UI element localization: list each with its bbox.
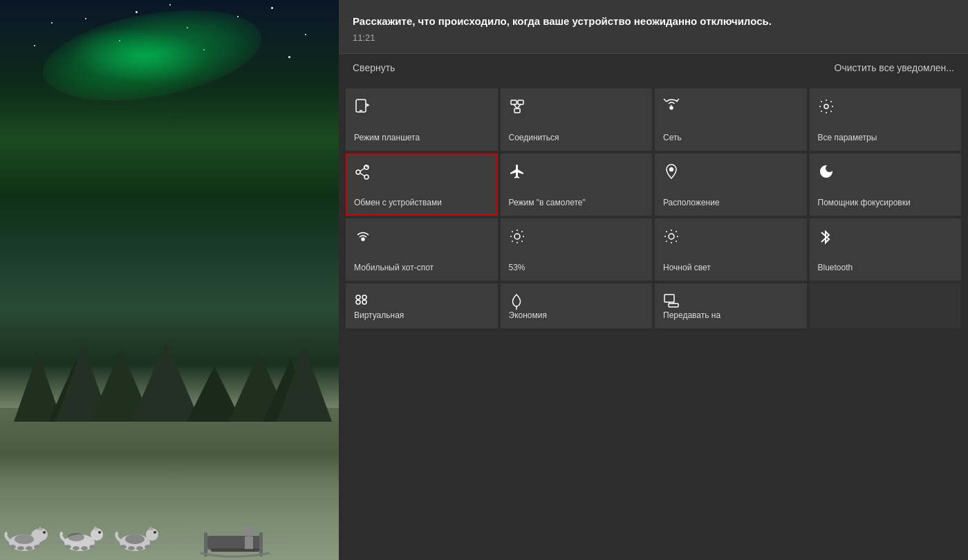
svg-rect-41 xyxy=(207,536,263,550)
device-sharing-label: Обмен с устройствами xyxy=(354,198,442,209)
svg-point-61 xyxy=(362,238,364,241)
airplane-mode-label: Режим "в самолете" xyxy=(509,198,586,209)
svg-line-75 xyxy=(676,241,676,241)
svg-line-74 xyxy=(666,231,667,232)
hotspot-label: Мобильный хот-спот xyxy=(354,263,434,274)
svg-point-34 xyxy=(128,546,135,550)
collapse-button[interactable]: Свернуть xyxy=(353,62,395,73)
svg-rect-50 xyxy=(514,109,520,113)
svg-point-80 xyxy=(356,295,360,299)
svg-point-56 xyxy=(364,175,369,179)
virtual-desktop-tile[interactable]: Виртуальная xyxy=(346,283,498,328)
bluetooth-label: Bluetooth xyxy=(818,263,853,274)
connect-icon xyxy=(509,98,525,118)
brightness-tile[interactable]: 53% xyxy=(501,218,653,281)
svg-rect-44 xyxy=(259,532,263,557)
economy-icon xyxy=(509,293,524,314)
network-tile[interactable]: Сеть xyxy=(655,88,807,151)
svg-line-78 xyxy=(666,241,667,241)
location-label: Расположение xyxy=(663,198,720,209)
svg-point-27 xyxy=(89,545,96,549)
svg-rect-49 xyxy=(518,100,523,104)
focus-assist-label: Помощник фокусировки xyxy=(818,198,911,209)
tiles-row-3: Мобильный хот-спот xyxy=(346,218,961,281)
tiles-row-2: Обмен с устройствами Режим "в самолете" xyxy=(346,153,961,216)
tablet-mode-label: Режим планшета xyxy=(354,133,420,144)
device-sharing-icon xyxy=(354,163,372,184)
svg-point-38 xyxy=(153,531,156,534)
svg-line-52 xyxy=(517,104,521,109)
svg-line-59 xyxy=(360,174,364,176)
svg-line-79 xyxy=(676,231,676,232)
svg-point-16 xyxy=(17,546,24,550)
notification-panel: Расскажите, что происходило, когда ваше … xyxy=(339,0,968,54)
connect-tile[interactable]: Соединиться xyxy=(501,88,653,151)
svg-point-25 xyxy=(73,546,80,550)
svg-point-29 xyxy=(98,531,101,534)
airplane-mode-tile[interactable]: Режим "в самолете" xyxy=(501,153,653,216)
hotspot-tile[interactable]: Мобильный хот-спот xyxy=(346,218,498,281)
transfer-tile[interactable]: Передавать на xyxy=(655,283,807,328)
network-icon xyxy=(663,98,680,118)
svg-point-35 xyxy=(136,546,143,550)
svg-point-81 xyxy=(362,295,366,299)
location-tile[interactable]: Расположение xyxy=(655,153,807,216)
svg-point-71 xyxy=(669,234,674,239)
svg-rect-86 xyxy=(669,304,678,307)
svg-point-22 xyxy=(15,534,34,544)
tiles-row-1: Режим планшета Соединиться xyxy=(346,88,961,151)
brightness-icon xyxy=(509,228,525,248)
focus-assist-tile[interactable]: Помощник фокусировки xyxy=(810,153,962,216)
night-light-tile[interactable]: Ночной свет xyxy=(655,218,807,281)
economy-tile[interactable]: Экономия xyxy=(501,283,653,328)
svg-point-15 xyxy=(9,545,16,549)
night-light-icon xyxy=(663,228,680,248)
all-settings-label: Все параметры xyxy=(818,133,877,144)
svg-point-33 xyxy=(120,545,127,549)
device-sharing-tile[interactable]: Обмен с устройствами xyxy=(346,153,498,216)
svg-marker-39 xyxy=(148,526,153,530)
all-settings-tile[interactable]: Все параметры xyxy=(810,88,962,151)
svg-marker-21 xyxy=(37,526,43,530)
sled-dogs-svg xyxy=(0,484,311,560)
notification-time: 11:21 xyxy=(353,32,954,43)
svg-line-66 xyxy=(521,241,522,241)
clear-all-button[interactable]: Очистить все уведомлен... xyxy=(835,62,954,73)
svg-point-82 xyxy=(356,300,360,304)
location-icon xyxy=(663,163,680,183)
svg-point-26 xyxy=(81,546,88,550)
svg-point-40 xyxy=(125,534,145,544)
svg-rect-46 xyxy=(245,536,253,549)
svg-rect-85 xyxy=(664,295,674,302)
wallpaper-background xyxy=(0,0,339,560)
trees-svg xyxy=(0,311,339,422)
svg-point-20 xyxy=(43,531,46,534)
hotspot-icon xyxy=(354,228,372,249)
night-light-label: Ночной свет xyxy=(663,263,711,274)
svg-point-17 xyxy=(26,546,32,550)
notification-title: Расскажите, что происходило, когда ваше … xyxy=(353,14,954,28)
transfer-icon xyxy=(663,293,680,311)
svg-point-45 xyxy=(243,525,254,536)
svg-line-70 xyxy=(521,231,522,232)
svg-line-65 xyxy=(512,231,512,232)
settings-icon xyxy=(818,98,835,118)
svg-line-51 xyxy=(514,104,517,109)
airplane-icon xyxy=(509,163,525,183)
empty-tile-4 xyxy=(810,283,962,328)
tablet-mode-icon xyxy=(354,98,371,118)
tablet-mode-tile[interactable]: Режим планшета xyxy=(346,88,498,151)
svg-point-36 xyxy=(145,545,151,549)
tiles-row-4: Виртуальная Экономия xyxy=(346,283,961,328)
bluetooth-tile[interactable]: Bluetooth xyxy=(810,218,962,281)
bluetooth-icon xyxy=(818,228,833,249)
action-center: Расскажите, что происходило, когда ваше … xyxy=(339,0,968,560)
brightness-value: 53% xyxy=(509,263,525,274)
svg-point-62 xyxy=(514,234,520,239)
svg-point-60 xyxy=(670,168,673,171)
quick-actions-grid: Режим планшета Соединиться xyxy=(339,82,968,560)
svg-point-54 xyxy=(824,104,828,109)
svg-point-53 xyxy=(670,106,673,109)
svg-point-31 xyxy=(68,533,84,541)
svg-line-69 xyxy=(512,241,512,241)
